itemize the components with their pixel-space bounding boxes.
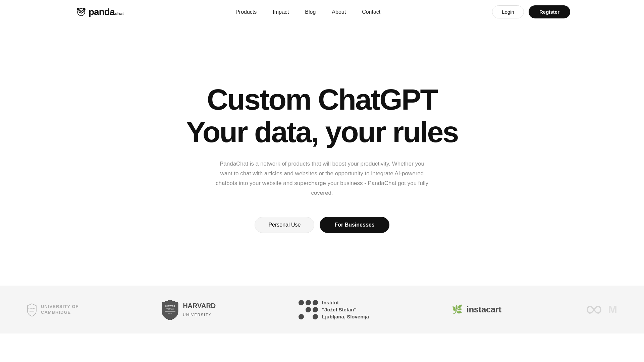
- meta-wordmark: M: [608, 303, 617, 316]
- jozef-label: Institut"Jožef Stefan"Ljubljana, Sloveni…: [322, 299, 369, 320]
- nav-contact[interactable]: Contact: [362, 9, 380, 15]
- svg-point-1: [77, 8, 79, 10]
- logo-brand-name: panda: [89, 7, 114, 17]
- logos-strip: CANTAB IGITUR UNIVERSITY OFCAMBRIDGE HAR…: [0, 286, 644, 334]
- cambridge-shield-icon: CANTAB IGITUR: [27, 303, 37, 316]
- nav-products[interactable]: Products: [235, 9, 257, 15]
- panda-logo-icon: [74, 7, 89, 17]
- nav-links: Products Impact Blog About Contact: [235, 9, 380, 15]
- svg-point-5: [79, 11, 80, 12]
- nav-impact[interactable]: Impact: [273, 9, 289, 15]
- nav-about[interactable]: About: [332, 9, 346, 15]
- nav-blog[interactable]: Blog: [305, 9, 316, 15]
- harvard-label: HARVARDUNIVERSITY: [183, 302, 216, 318]
- register-button[interactable]: Register: [529, 5, 570, 18]
- svg-text:CANTAB: CANTAB: [29, 307, 36, 309]
- svg-text:HARVARD: HARVARD: [165, 305, 175, 307]
- svg-point-7: [81, 13, 82, 13]
- svg-text:IGITUR: IGITUR: [30, 310, 34, 312]
- hero-title-line1: Custom ChatGPT: [207, 83, 437, 116]
- harvard-shield-icon: HARVARD VERITAS VER: [161, 299, 179, 320]
- hero-cta-buttons: Personal Use For Businesses: [255, 217, 389, 233]
- for-businesses-button[interactable]: For Businesses: [320, 217, 389, 233]
- hero-title-line2: Your data, your rules: [186, 115, 458, 148]
- personal-use-button[interactable]: Personal Use: [255, 217, 314, 233]
- hero-title: Custom ChatGPT Your data, your rules: [186, 83, 458, 148]
- jozef-dots-icon: [299, 300, 318, 319]
- svg-point-2: [83, 8, 86, 10]
- cambridge-label: UNIVERSITY OFCAMBRIDGE: [41, 304, 78, 315]
- jozef-stefan-logo: Institut"Jožef Stefan"Ljubljana, Sloveni…: [299, 299, 369, 320]
- svg-rect-14: [165, 311, 175, 312]
- instacart-icon: 🌿: [452, 304, 463, 315]
- meta-icon: [584, 303, 604, 316]
- svg-text:VERITAS: VERITAS: [167, 308, 174, 310]
- logo[interactable]: pandachat: [74, 7, 124, 17]
- instacart-label: instacart: [467, 304, 501, 315]
- svg-rect-13: [165, 308, 175, 308]
- hero-section: Custom ChatGPT Your data, your rules Pan…: [0, 24, 644, 286]
- svg-point-6: [82, 11, 83, 12]
- cambridge-logo: CANTAB IGITUR UNIVERSITY OFCAMBRIDGE: [27, 303, 78, 316]
- svg-text:VER: VER: [168, 312, 172, 314]
- navbar: pandachat Products Impact Blog About Con…: [0, 0, 644, 24]
- harvard-logo: HARVARD VERITAS VER HARVARDUNIVERSITY: [161, 299, 216, 320]
- instacart-logo: 🌿 instacart: [452, 304, 501, 315]
- logo-sub-name: chat: [115, 11, 124, 16]
- login-button[interactable]: Login: [492, 5, 524, 18]
- hero-subtitle: PandaChat is a network of products that …: [215, 159, 429, 198]
- meta-logo: M: [584, 303, 617, 316]
- nav-actions: Login Register: [492, 5, 570, 18]
